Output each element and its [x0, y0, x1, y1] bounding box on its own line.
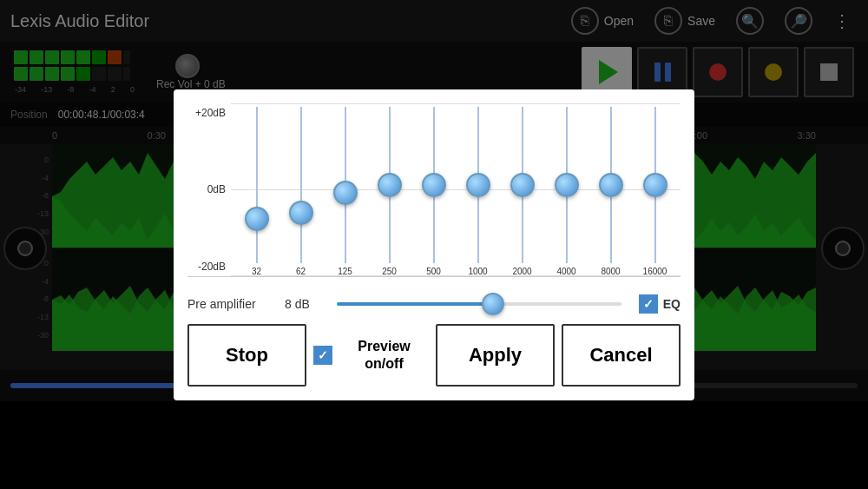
eq-band-1000: 1000 [456, 107, 500, 276]
eq-band-32-thumb[interactable] [245, 207, 269, 231]
pre-amp-slider[interactable] [337, 302, 621, 306]
eq-band-4000: 4000 [544, 107, 589, 276]
preview-label: Preview on/off [339, 338, 429, 371]
eq-band-8000-label: 8000 [601, 267, 620, 276]
preview-check-icon: ✓ [318, 348, 328, 362]
eq-label: EQ [663, 297, 681, 311]
eq-band-500-thumb[interactable] [422, 173, 446, 197]
eq-band-1000-track [477, 107, 479, 263]
eq-chart: +20dB 0dB -20dB 32 [187, 103, 681, 277]
eq-band-2000-thumb[interactable] [510, 173, 535, 197]
pre-amp-row: Pre amplifier 8 dB ✓ EQ [187, 284, 681, 320]
eq-band-125: 125 [323, 107, 367, 276]
eq-band-8000-track [610, 107, 612, 263]
eq-band-4000-label: 4000 [556, 267, 575, 276]
stop-button[interactable]: Stop [187, 324, 306, 387]
eq-bands: 32 62 125 [231, 103, 681, 276]
eq-y-label-top: +20dB [187, 107, 231, 119]
pre-amp-value: 8 dB [285, 297, 319, 311]
eq-band-8000: 8000 [589, 107, 633, 276]
eq-band-16000-label: 16000 [643, 267, 667, 276]
eq-band-125-thumb[interactable] [333, 181, 358, 205]
eq-band-125-label: 125 [338, 267, 352, 276]
eq-band-32-track [256, 107, 258, 263]
eq-band-250: 250 [367, 107, 411, 276]
eq-band-500-track [433, 107, 435, 263]
eq-y-label-mid: 0dB [187, 183, 231, 195]
eq-band-62: 62 [279, 107, 323, 276]
eq-band-4000-track [566, 107, 568, 263]
action-row: Stop ✓ Preview on/off Apply Cancel [187, 324, 681, 387]
preview-checkbox: ✓ [313, 346, 332, 365]
eq-band-62-track [300, 107, 302, 263]
eq-modal-overlay: +20dB 0dB -20dB 32 [0, 0, 868, 489]
eq-band-62-thumb[interactable] [289, 201, 313, 225]
eq-band-125-track [345, 107, 346, 263]
cancel-button[interactable]: Cancel [562, 324, 681, 387]
eq-band-16000: 16000 [633, 107, 677, 276]
eq-y-labels: +20dB 0dB -20dB [187, 103, 231, 276]
eq-band-16000-track [654, 107, 656, 263]
eq-band-250-track [389, 107, 391, 263]
eq-band-250-label: 250 [382, 267, 397, 276]
eq-band-1000-thumb[interactable] [466, 173, 490, 197]
eq-band-16000-thumb[interactable] [643, 173, 667, 197]
apply-button[interactable]: Apply [436, 324, 555, 387]
eq-chart-inner: 32 62 125 [231, 103, 681, 276]
eq-checkbox-row: ✓ EQ [639, 294, 681, 314]
eq-band-62-label: 62 [296, 267, 306, 276]
cancel-button-label: Cancel [589, 344, 652, 367]
eq-band-1000-label: 1000 [468, 267, 487, 276]
eq-band-500-label: 500 [426, 267, 441, 276]
eq-band-4000-thumb[interactable] [555, 173, 579, 197]
pre-amp-thumb[interactable] [482, 293, 504, 315]
eq-checkbox[interactable]: ✓ [639, 294, 658, 314]
pre-amp-fill [337, 302, 493, 306]
eq-band-2000: 2000 [500, 107, 544, 276]
eq-band-2000-label: 2000 [512, 267, 531, 276]
apply-button-label: Apply [469, 344, 522, 367]
eq-band-32: 32 [234, 107, 279, 276]
eq-band-32-label: 32 [252, 267, 261, 276]
eq-y-label-bot: -20dB [187, 261, 231, 273]
stop-button-label: Stop [226, 344, 268, 367]
preview-button[interactable]: ✓ Preview on/off [313, 324, 429, 387]
eq-band-500: 500 [411, 107, 456, 276]
eq-band-250-thumb[interactable] [378, 173, 402, 197]
eq-check-icon: ✓ [643, 297, 654, 311]
pre-amp-label: Pre amplifier [187, 297, 274, 311]
eq-band-2000-track [522, 107, 523, 263]
eq-modal: +20dB 0dB -20dB 32 [174, 89, 694, 400]
eq-band-8000-thumb[interactable] [599, 173, 623, 197]
